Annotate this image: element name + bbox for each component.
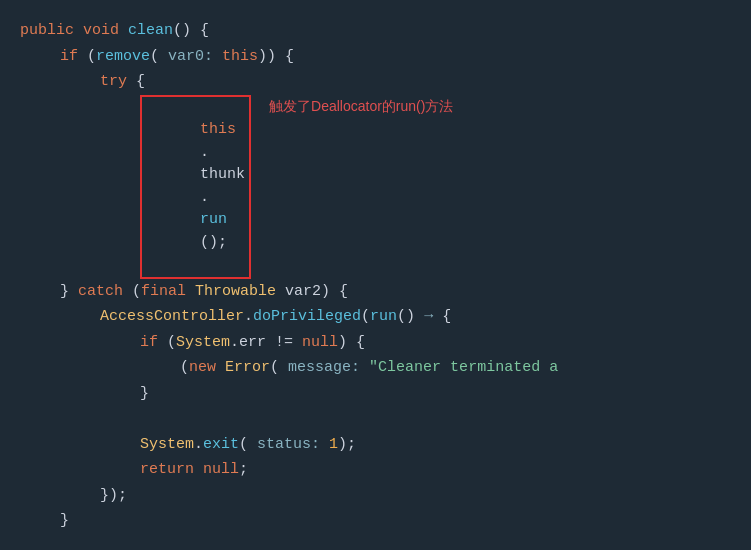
keyword-this: this: [222, 44, 258, 70]
code-line-13: });: [20, 483, 731, 509]
keyword-return: return: [140, 457, 194, 483]
param-var0: var0:: [159, 44, 213, 70]
param-message: message:: [279, 355, 360, 381]
code-line-8: ( new Error ( message: "Cleaner terminat…: [20, 355, 731, 381]
code-line-2: if ( remove ( var0: this )) {: [20, 44, 731, 70]
annotation-text: 触发了Deallocator的run()方法: [269, 95, 453, 119]
keyword-public: public: [20, 18, 74, 44]
class-system2: System: [140, 432, 194, 458]
code-line-11: System . exit ( status: 1 );: [20, 432, 731, 458]
method-run: run: [200, 211, 227, 228]
class-system: System: [176, 330, 230, 356]
keyword-final: final: [141, 279, 186, 305]
keyword-if: if: [60, 44, 78, 70]
code-line-1: public void clean () {: [20, 18, 731, 44]
code-line-15: [20, 534, 731, 551]
class-accesscontroller: AccessController: [100, 304, 244, 330]
keyword-catch: catch: [78, 279, 123, 305]
code-line-10: [20, 406, 731, 432]
code-line-7: if ( System . err != null ) {: [20, 330, 731, 356]
code-line-12: return null ;: [20, 457, 731, 483]
code-line-14: }: [20, 508, 731, 534]
param-status: status:: [248, 432, 320, 458]
method-clean: clean: [128, 18, 173, 44]
code-line-4: this . thunk . run (); 触发了Deallocator的ru…: [20, 95, 731, 279]
method-doprivileged: doPrivileged: [253, 304, 361, 330]
method-exit: exit: [203, 432, 239, 458]
code-line-5: } catch ( final Throwable var2) {: [20, 279, 731, 305]
code-block: public void clean () { if ( remove ( var…: [0, 0, 751, 550]
code-line-3: try {: [20, 69, 731, 95]
code-line-9: }: [20, 381, 731, 407]
keyword-new: new: [189, 355, 216, 381]
class-error: Error: [225, 355, 270, 381]
arrow: →: [424, 304, 433, 330]
field-thunk: thunk: [200, 166, 245, 183]
method-run2: run: [370, 304, 397, 330]
field-err: err: [239, 330, 266, 356]
keyword-void: void: [83, 18, 119, 44]
number-1: 1: [329, 432, 338, 458]
keyword-null: null: [302, 330, 338, 356]
method-remove: remove: [96, 44, 150, 70]
code-line-6: AccessController . doPrivileged ( run ()…: [20, 304, 731, 330]
keyword-null2: null: [203, 457, 239, 483]
keyword-this2: this: [200, 121, 236, 138]
highlighted-code: this . thunk . run ();: [140, 95, 251, 279]
string-cleaner: "Cleaner terminated a: [369, 355, 558, 381]
keyword-if2: if: [140, 330, 158, 356]
class-throwable: Throwable: [195, 279, 276, 305]
keyword-try: try: [100, 69, 127, 95]
